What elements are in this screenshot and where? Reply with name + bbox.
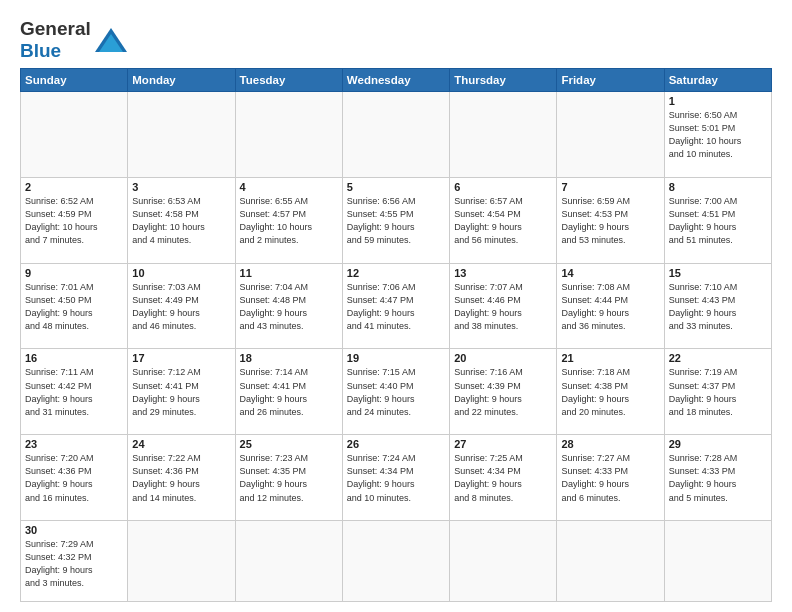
day-number: 18: [240, 352, 338, 364]
header-tuesday: Tuesday: [235, 68, 342, 91]
day-number: 20: [454, 352, 552, 364]
calendar-cell: 22Sunrise: 7:19 AM Sunset: 4:37 PM Dayli…: [664, 349, 771, 435]
day-number: 17: [132, 352, 230, 364]
day-info: Sunrise: 7:06 AM Sunset: 4:47 PM Dayligh…: [347, 281, 445, 333]
calendar-cell: 13Sunrise: 7:07 AM Sunset: 4:46 PM Dayli…: [450, 263, 557, 349]
calendar-cell: 24Sunrise: 7:22 AM Sunset: 4:36 PM Dayli…: [128, 435, 235, 521]
header-wednesday: Wednesday: [342, 68, 449, 91]
calendar-cell: 19Sunrise: 7:15 AM Sunset: 4:40 PM Dayli…: [342, 349, 449, 435]
day-number: 29: [669, 438, 767, 450]
calendar-cell: 26Sunrise: 7:24 AM Sunset: 4:34 PM Dayli…: [342, 435, 449, 521]
day-number: 2: [25, 181, 123, 193]
logo: General Blue: [20, 18, 129, 62]
day-number: 9: [25, 267, 123, 279]
day-info: Sunrise: 6:56 AM Sunset: 4:55 PM Dayligh…: [347, 195, 445, 247]
header-friday: Friday: [557, 68, 664, 91]
day-number: 3: [132, 181, 230, 193]
day-info: Sunrise: 7:24 AM Sunset: 4:34 PM Dayligh…: [347, 452, 445, 504]
calendar-cell: [21, 91, 128, 177]
calendar-cell: 1Sunrise: 6:50 AM Sunset: 5:01 PM Daylig…: [664, 91, 771, 177]
day-number: 5: [347, 181, 445, 193]
calendar-cell: [557, 91, 664, 177]
calendar: Sunday Monday Tuesday Wednesday Thursday…: [20, 68, 772, 602]
calendar-cell: 18Sunrise: 7:14 AM Sunset: 4:41 PM Dayli…: [235, 349, 342, 435]
day-number: 19: [347, 352, 445, 364]
logo-text: General Blue: [20, 18, 91, 62]
calendar-cell: 30Sunrise: 7:29 AM Sunset: 4:32 PM Dayli…: [21, 521, 128, 602]
day-info: Sunrise: 7:10 AM Sunset: 4:43 PM Dayligh…: [669, 281, 767, 333]
day-number: 26: [347, 438, 445, 450]
calendar-cell: 25Sunrise: 7:23 AM Sunset: 4:35 PM Dayli…: [235, 435, 342, 521]
calendar-cell: [664, 521, 771, 602]
calendar-cell: 21Sunrise: 7:18 AM Sunset: 4:38 PM Dayli…: [557, 349, 664, 435]
day-number: 27: [454, 438, 552, 450]
calendar-cell: 14Sunrise: 7:08 AM Sunset: 4:44 PM Dayli…: [557, 263, 664, 349]
day-info: Sunrise: 7:25 AM Sunset: 4:34 PM Dayligh…: [454, 452, 552, 504]
day-number: 16: [25, 352, 123, 364]
day-info: Sunrise: 7:04 AM Sunset: 4:48 PM Dayligh…: [240, 281, 338, 333]
calendar-cell: 11Sunrise: 7:04 AM Sunset: 4:48 PM Dayli…: [235, 263, 342, 349]
calendar-cell: 16Sunrise: 7:11 AM Sunset: 4:42 PM Dayli…: [21, 349, 128, 435]
day-number: 15: [669, 267, 767, 279]
day-info: Sunrise: 7:03 AM Sunset: 4:49 PM Dayligh…: [132, 281, 230, 333]
calendar-cell: 28Sunrise: 7:27 AM Sunset: 4:33 PM Dayli…: [557, 435, 664, 521]
header-saturday: Saturday: [664, 68, 771, 91]
logo-blue: Blue: [20, 40, 61, 61]
calendar-cell: 12Sunrise: 7:06 AM Sunset: 4:47 PM Dayli…: [342, 263, 449, 349]
logo-icon: [93, 26, 129, 54]
day-info: Sunrise: 7:11 AM Sunset: 4:42 PM Dayligh…: [25, 366, 123, 418]
calendar-cell: 17Sunrise: 7:12 AM Sunset: 4:41 PM Dayli…: [128, 349, 235, 435]
calendar-cell: [235, 91, 342, 177]
day-number: 1: [669, 95, 767, 107]
day-number: 21: [561, 352, 659, 364]
day-number: 28: [561, 438, 659, 450]
header-thursday: Thursday: [450, 68, 557, 91]
day-info: Sunrise: 6:59 AM Sunset: 4:53 PM Dayligh…: [561, 195, 659, 247]
day-number: 11: [240, 267, 338, 279]
calendar-cell: 29Sunrise: 7:28 AM Sunset: 4:33 PM Dayli…: [664, 435, 771, 521]
calendar-cell: 20Sunrise: 7:16 AM Sunset: 4:39 PM Dayli…: [450, 349, 557, 435]
day-info: Sunrise: 7:14 AM Sunset: 4:41 PM Dayligh…: [240, 366, 338, 418]
calendar-cell: 15Sunrise: 7:10 AM Sunset: 4:43 PM Dayli…: [664, 263, 771, 349]
day-number: 12: [347, 267, 445, 279]
day-number: 22: [669, 352, 767, 364]
calendar-cell: 7Sunrise: 6:59 AM Sunset: 4:53 PM Daylig…: [557, 177, 664, 263]
calendar-cell: 6Sunrise: 6:57 AM Sunset: 4:54 PM Daylig…: [450, 177, 557, 263]
day-info: Sunrise: 7:18 AM Sunset: 4:38 PM Dayligh…: [561, 366, 659, 418]
calendar-cell: 23Sunrise: 7:20 AM Sunset: 4:36 PM Dayli…: [21, 435, 128, 521]
day-info: Sunrise: 6:52 AM Sunset: 4:59 PM Dayligh…: [25, 195, 123, 247]
day-info: Sunrise: 7:07 AM Sunset: 4:46 PM Dayligh…: [454, 281, 552, 333]
calendar-header-row: Sunday Monday Tuesday Wednesday Thursday…: [21, 68, 772, 91]
day-number: 10: [132, 267, 230, 279]
header-monday: Monday: [128, 68, 235, 91]
day-info: Sunrise: 7:15 AM Sunset: 4:40 PM Dayligh…: [347, 366, 445, 418]
calendar-cell: 3Sunrise: 6:53 AM Sunset: 4:58 PM Daylig…: [128, 177, 235, 263]
calendar-cell: 8Sunrise: 7:00 AM Sunset: 4:51 PM Daylig…: [664, 177, 771, 263]
day-info: Sunrise: 7:08 AM Sunset: 4:44 PM Dayligh…: [561, 281, 659, 333]
calendar-cell: 9Sunrise: 7:01 AM Sunset: 4:50 PM Daylig…: [21, 263, 128, 349]
day-info: Sunrise: 7:00 AM Sunset: 4:51 PM Dayligh…: [669, 195, 767, 247]
day-number: 23: [25, 438, 123, 450]
day-info: Sunrise: 7:16 AM Sunset: 4:39 PM Dayligh…: [454, 366, 552, 418]
calendar-cell: 2Sunrise: 6:52 AM Sunset: 4:59 PM Daylig…: [21, 177, 128, 263]
calendar-cell: [342, 91, 449, 177]
day-number: 13: [454, 267, 552, 279]
calendar-cell: 4Sunrise: 6:55 AM Sunset: 4:57 PM Daylig…: [235, 177, 342, 263]
calendar-cell: 5Sunrise: 6:56 AM Sunset: 4:55 PM Daylig…: [342, 177, 449, 263]
calendar-cell: [450, 521, 557, 602]
day-number: 25: [240, 438, 338, 450]
day-number: 4: [240, 181, 338, 193]
calendar-cell: 27Sunrise: 7:25 AM Sunset: 4:34 PM Dayli…: [450, 435, 557, 521]
page: General Blue Sunday Monday Tuesday Wedne…: [0, 0, 792, 612]
logo-general: General: [20, 18, 91, 39]
day-info: Sunrise: 6:53 AM Sunset: 4:58 PM Dayligh…: [132, 195, 230, 247]
calendar-cell: 10Sunrise: 7:03 AM Sunset: 4:49 PM Dayli…: [128, 263, 235, 349]
day-number: 24: [132, 438, 230, 450]
day-info: Sunrise: 6:50 AM Sunset: 5:01 PM Dayligh…: [669, 109, 767, 161]
day-number: 8: [669, 181, 767, 193]
calendar-cell: [557, 521, 664, 602]
day-info: Sunrise: 7:27 AM Sunset: 4:33 PM Dayligh…: [561, 452, 659, 504]
day-info: Sunrise: 7:12 AM Sunset: 4:41 PM Dayligh…: [132, 366, 230, 418]
day-info: Sunrise: 7:23 AM Sunset: 4:35 PM Dayligh…: [240, 452, 338, 504]
header-sunday: Sunday: [21, 68, 128, 91]
